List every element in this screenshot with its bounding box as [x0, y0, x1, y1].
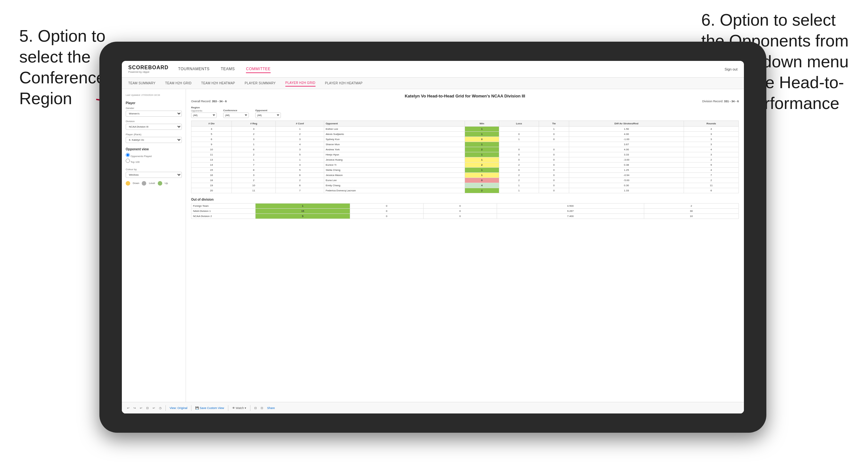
- th-rounds: Rounds: [684, 121, 739, 127]
- filter-opponent-select[interactable]: (All): [255, 113, 281, 118]
- cell-diff: 1.25: [569, 168, 684, 173]
- cell-tie: 0: [539, 183, 569, 188]
- ood-cell-rounds: 10: [644, 214, 739, 219]
- cell-win: 2: [465, 147, 499, 152]
- sidebar-division-label: Division: [126, 120, 182, 123]
- sidebar-radio-top100[interactable]: Top 100: [126, 159, 182, 163]
- toolbar-icon1[interactable]: ⊡: [254, 406, 257, 410]
- table-row: 18 2 2 Euna Lee 0 2 0 -5.00 2: [191, 178, 739, 183]
- sidebar: Last Updated: 27/03/2024 16:34 Player Ge…: [122, 89, 186, 413]
- cell-diff: 4.00: [569, 132, 684, 137]
- sidebar-player-rank-select[interactable]: 8. Katelyn Vo: [126, 137, 182, 143]
- cell-conf: 1: [276, 157, 324, 162]
- cell-win: 2: [465, 162, 499, 168]
- ood-cell-win: 1: [255, 204, 350, 209]
- cell-reg: 10: [232, 183, 276, 188]
- cell-diff: 3.67: [569, 142, 684, 147]
- cell-conf: 4: [276, 142, 324, 147]
- sidebar-legend: Down Level Up: [126, 181, 182, 186]
- legend-label-level: Level: [149, 182, 155, 185]
- nav-tournaments[interactable]: TOURNAMENTS: [178, 65, 210, 73]
- sidebar-player-rank-control: Player (Rank) 8. Katelyn Vo: [126, 133, 182, 143]
- cell-reg: 2: [232, 178, 276, 183]
- nav-teams[interactable]: TEAMS: [221, 65, 235, 73]
- sub-nav-player-summary[interactable]: PLAYER SUMMARY: [245, 80, 276, 86]
- cell-loss: 1: [499, 137, 539, 142]
- overall-record: Overall Record: 353 - 34 - 6: [191, 100, 227, 103]
- cell-tie: 0: [539, 173, 569, 178]
- cell-conf: 2: [276, 178, 324, 183]
- sub-nav-team-h2h-heatmap[interactable]: TEAM H2H HEATMAP: [201, 80, 235, 86]
- sub-nav-team-summary[interactable]: TEAM SUMMARY: [128, 80, 156, 86]
- nav-committee[interactable]: COMMITTEE: [246, 65, 271, 73]
- toolbar-share[interactable]: Share: [267, 406, 275, 410]
- cell-tie: 0: [539, 178, 569, 183]
- cell-opponent: Federica Domecq Lacroze: [324, 188, 465, 193]
- sidebar-colour-by-select[interactable]: Win/loss: [126, 172, 182, 178]
- cell-win: 1: [465, 157, 499, 162]
- cell-rounds: 6: [684, 188, 739, 193]
- table-row: 6 3 3 Sydney Kuo 0 1 0 -1.00 3: [191, 137, 739, 142]
- table-row: 15 8 5 Stella Cheng 1 0 0 1.25 4: [191, 168, 739, 173]
- radio-opponents-played-input[interactable]: [126, 153, 130, 157]
- sub-nav-player-h2h-grid[interactable]: PLAYER H2H GRID: [285, 80, 315, 87]
- sidebar-gender-control: Gender Women's: [126, 107, 182, 117]
- toolbar-view-original[interactable]: View: Original: [186, 406, 187, 410]
- sidebar-radio-opponents-played[interactable]: Opponents Played: [126, 153, 182, 158]
- ood-table-row: NCAA Division 2 5 0 0 7.400 10: [191, 214, 739, 219]
- cell-conf: 6: [276, 183, 324, 188]
- sub-nav-player-h2h-heatmap[interactable]: PLAYER H2H HEATMAP: [325, 80, 363, 86]
- nav-sign-out[interactable]: Sign out: [725, 67, 738, 71]
- toolbar-watch[interactable]: 👁 Watch ▾: [232, 406, 246, 410]
- sidebar-gender-select[interactable]: Women's: [126, 111, 182, 117]
- radio-top100-input[interactable]: [126, 159, 130, 163]
- cell-tie: 0: [539, 137, 569, 142]
- filter-conference-label: Conference: [223, 109, 249, 112]
- filter-opponents-label: Opponents:: [191, 110, 217, 112]
- table-row: 3 3 1 Esther Lee 1 1 1.50 4: [191, 127, 739, 132]
- cell-div: 19: [191, 183, 232, 188]
- cell-loss: 0: [499, 168, 539, 173]
- legend-dot-level: [142, 181, 146, 186]
- cell-opponent: Heejo Hyun: [324, 152, 465, 157]
- cell-div: 15: [191, 168, 232, 173]
- table-row: 9 1 4 Sharon Mun 1 3.67 3: [191, 142, 739, 147]
- toolbar-icon2[interactable]: ⊡: [261, 406, 263, 410]
- cell-diff: -3.00: [569, 157, 684, 162]
- toolbar-save-custom[interactable]: 💾 Save Custom View: [195, 406, 224, 410]
- nav-items: TOURNAMENTS TEAMS COMMITTEE: [178, 65, 725, 73]
- grid-area: Katelyn Vo Head-to-Head Grid for Women's…: [186, 89, 744, 413]
- cell-loss: 0: [499, 147, 539, 152]
- ood-cell-loss: 0: [350, 209, 423, 214]
- cell-conf: 5: [276, 152, 324, 157]
- sub-nav-team-h2h-grid[interactable]: TEAM H2H GRID: [165, 80, 191, 86]
- filter-conference-select[interactable]: (All): [223, 113, 249, 118]
- cell-diff: -1.00: [569, 137, 684, 142]
- cell-opponent: Alexis Sudjianto: [324, 132, 465, 137]
- sidebar-opponent-view: Opponent view Opponents Played Top 100: [126, 148, 182, 163]
- cell-rounds: 7: [684, 173, 739, 178]
- ood-cell-opponent: NCAA Division 2: [191, 214, 255, 219]
- cell-diff: 0.30: [569, 183, 684, 188]
- radio-opponents-played-label: Opponents Played: [130, 155, 152, 158]
- cell-tie: 0: [539, 147, 569, 152]
- cell-win: 0: [465, 137, 499, 142]
- filter-region-group: Region Opponents: (All): [191, 106, 217, 118]
- ood-cell-win: 15: [255, 209, 350, 214]
- cell-rounds: 4: [684, 147, 739, 152]
- filter-region-select[interactable]: (All): [191, 113, 217, 118]
- cell-opponent: Stella Cheng: [324, 168, 465, 173]
- sidebar-division-select[interactable]: NCAA Division III: [126, 124, 182, 130]
- out-of-division-label: Out of division: [191, 198, 739, 201]
- cell-loss: 2: [499, 173, 539, 178]
- ood-cell-rounds: 30: [644, 209, 739, 214]
- cell-opponent: Euna Lee: [324, 178, 465, 183]
- cell-win: 0: [465, 178, 499, 183]
- cell-diff: -0.94: [569, 173, 684, 178]
- filter-conference-group: Conference (All): [223, 109, 249, 118]
- ood-cell-tie: 0: [423, 204, 497, 209]
- cell-reg: 2: [232, 152, 276, 157]
- out-of-division-table: Foreign Team 1 0 0 4.500 2 NAIA Division…: [191, 203, 739, 219]
- cell-diff: 1.33: [569, 188, 684, 193]
- cell-opponent: Jessica Huang: [324, 157, 465, 162]
